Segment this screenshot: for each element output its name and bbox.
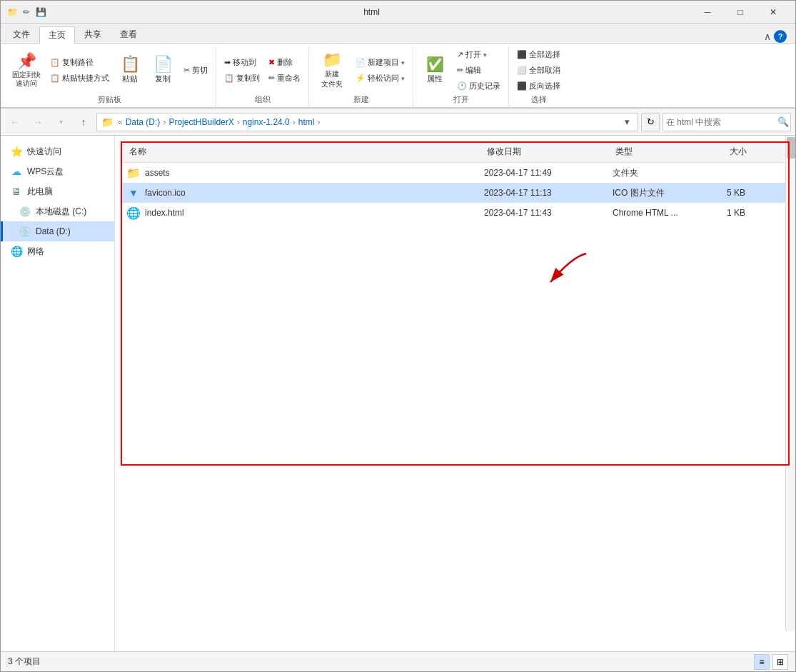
copy-path-button[interactable]: 📋 复制路径 bbox=[46, 55, 113, 70]
detail-view-button[interactable]: ≡ bbox=[754, 654, 770, 670]
move-to-button[interactable]: ➡ 移动到 bbox=[221, 55, 263, 70]
back-button[interactable]: ← bbox=[5, 113, 25, 131]
organize-label: 组织 bbox=[221, 94, 304, 107]
col-header-name[interactable]: 名称 bbox=[126, 144, 484, 159]
ribbon-group-organize: ➡ 移动到 📋 复制到 ✖ 删除 bbox=[216, 46, 309, 107]
titlebar-edit-icon: ✏ bbox=[21, 6, 32, 18]
file-area: 名称 修改日期 类型 大小 📁 assets 2023-04-17 11:49 … bbox=[115, 136, 795, 651]
ribbon-collapse-icon[interactable]: ∧ bbox=[764, 31, 771, 42]
file-row-favicon[interactable]: ▼ favicon.ico 2023-04-17 11:13 ICO 图片文件 … bbox=[121, 183, 790, 203]
forward-button[interactable]: → bbox=[28, 113, 48, 131]
up-button[interactable]: ↑ bbox=[74, 113, 94, 131]
sidebar-item-drive-d[interactable]: 💿 Data (D:) bbox=[1, 221, 114, 241]
delete-button[interactable]: ✖ 删除 bbox=[265, 55, 304, 70]
paste-button[interactable]: 📋 粘贴 bbox=[114, 49, 146, 93]
ribbon-tabs: 文件 主页 共享 查看 ∧ ? bbox=[1, 24, 795, 44]
network-icon: 🌐 bbox=[10, 245, 23, 258]
new-folder-icon: 📁 bbox=[323, 52, 342, 68]
rename-icon: ✏ bbox=[268, 74, 275, 83]
cut-button[interactable]: ✂ 剪切 bbox=[180, 63, 211, 78]
pin-to-quickaccess-button[interactable]: 📌 固定到快速访问 bbox=[8, 49, 45, 93]
file-row-assets[interactable]: 📁 assets 2023-04-17 11:49 文件夹 bbox=[121, 163, 790, 183]
drive-d-icon: 💿 bbox=[19, 225, 31, 238]
properties-button[interactable]: ✅ 属性 bbox=[418, 49, 452, 93]
titlebar: 📁 ✏ 💾 html ─ □ ✕ bbox=[1, 1, 795, 24]
path-folder-icon: 📁 bbox=[101, 116, 114, 128]
rename-button[interactable]: ✏ 重命名 bbox=[265, 71, 304, 86]
sidebar-item-quick-access[interactable]: ⭐ 快速访问 bbox=[1, 141, 114, 161]
copy-button[interactable]: 📄 复制 bbox=[147, 49, 178, 93]
file-name-cell-favicon: ▼ favicon.ico bbox=[126, 186, 484, 200]
sidebar-item-drive-c[interactable]: 💿 本地磁盘 (C:) bbox=[1, 201, 114, 221]
copy-to-button[interactable]: 📋 复制到 bbox=[221, 71, 263, 86]
titlebar-controls: ─ □ ✕ bbox=[691, 1, 790, 24]
history-button[interactable]: 🕐 历史记录 bbox=[453, 79, 504, 94]
tab-share[interactable]: 共享 bbox=[75, 26, 111, 43]
file-name-cell-index-html: 🌐 index.html bbox=[126, 206, 484, 220]
large-icon-view-button[interactable]: ⊞ bbox=[772, 654, 788, 670]
open-label: 打开 bbox=[418, 94, 504, 107]
scrollbar-thumb[interactable] bbox=[787, 137, 795, 159]
select-none-button[interactable]: ⬜ 全部取消 bbox=[513, 63, 564, 78]
wps-cloud-icon: ☁ bbox=[10, 165, 23, 178]
path-segment-data[interactable]: Data (D:) bbox=[124, 117, 162, 127]
pin-icon: 📌 bbox=[17, 54, 36, 69]
ribbon-group-new: 📁 新建文件夹 📄 新建项目 ▾ ⚡ 轻松访问 ▾ bbox=[309, 46, 413, 107]
new-item-button[interactable]: 📄 新建项目 ▾ bbox=[352, 55, 408, 70]
edit-button[interactable]: ✏ 编辑 bbox=[453, 63, 504, 78]
path-segment-projecthbuilderx[interactable]: ProjectHBuilderX bbox=[167, 117, 235, 127]
paste-shortcut-button[interactable]: 📋 粘贴快捷方式 bbox=[46, 71, 113, 86]
file-name-assets: assets bbox=[145, 168, 170, 178]
path-segment-nginx[interactable]: nginx-1.24.0 bbox=[241, 117, 291, 127]
new-buttons: 📁 新建文件夹 📄 新建项目 ▾ ⚡ 轻松访问 ▾ bbox=[313, 46, 408, 94]
titlebar-icons: 📁 ✏ 💾 bbox=[6, 6, 46, 18]
sidebar-item-network[interactable]: 🌐 网络 bbox=[1, 241, 114, 261]
invert-selection-button[interactable]: ⬛ 反向选择 bbox=[513, 79, 564, 94]
scrollbar-area[interactable] bbox=[785, 136, 795, 631]
addressbar-path: 📁 « Data (D:) › ProjectHBuilderX › nginx… bbox=[96, 113, 638, 131]
easy-access-button[interactable]: ⚡ 轻松访问 ▾ bbox=[352, 71, 408, 86]
maximize-button[interactable]: □ bbox=[724, 1, 757, 24]
ribbon-group-open: ✅ 属性 ↗ 打开 ▾ ✏ 编辑 bbox=[413, 46, 509, 107]
path-dropdown-button[interactable]: ▾ bbox=[620, 113, 633, 131]
titlebar-folder-icon: 📁 bbox=[6, 6, 18, 18]
file-size-index-html: 1 KB bbox=[727, 208, 784, 218]
paste-shortcut-icon: 📋 bbox=[50, 74, 60, 83]
file-row-index-html[interactable]: 🌐 index.html 2023-04-17 11:43 Chrome HTM… bbox=[121, 203, 790, 223]
edit-icon: ✏ bbox=[457, 66, 463, 75]
search-input[interactable] bbox=[663, 117, 776, 127]
tab-home[interactable]: 主页 bbox=[39, 26, 75, 44]
open-icon: ↗ bbox=[457, 50, 463, 59]
open-button[interactable]: ↗ 打开 ▾ bbox=[453, 47, 504, 62]
col-header-modified[interactable]: 修改日期 bbox=[484, 144, 613, 159]
select-all-button[interactable]: ⬛ 全部选择 bbox=[513, 47, 564, 62]
history-icon: 🕐 bbox=[457, 81, 467, 91]
sidebar: ⭐ 快速访问 ☁ WPS云盘 🖥 此电脑 💿 本地磁盘 (C:) 💿 Data … bbox=[1, 136, 115, 651]
new-item-icon: 📄 bbox=[356, 58, 366, 67]
recent-locations-button[interactable]: ▾ bbox=[51, 113, 71, 131]
copy-to-icon: 📋 bbox=[224, 74, 234, 83]
close-button[interactable]: ✕ bbox=[757, 1, 790, 24]
sidebar-item-this-pc[interactable]: 🖥 此电脑 bbox=[1, 181, 114, 201]
search-button[interactable]: 🔍 bbox=[776, 114, 790, 131]
sidebar-item-wps-cloud[interactable]: ☁ WPS云盘 bbox=[1, 161, 114, 181]
ico-icon-favicon: ▼ bbox=[126, 186, 141, 200]
path-segment-html[interactable]: html bbox=[297, 117, 316, 127]
organize-buttons: ➡ 移动到 📋 复制到 ✖ 删除 bbox=[221, 46, 304, 94]
select-all-icon: ⬛ bbox=[517, 50, 527, 59]
window: 📁 ✏ 💾 html ─ □ ✕ 文件 主页 共享 查看 ∧ ? bbox=[0, 0, 796, 672]
refresh-button[interactable]: ↻ bbox=[641, 113, 660, 131]
tab-view[interactable]: 查看 bbox=[111, 26, 146, 43]
statusbar: 3 个项目 ≡ ⊞ bbox=[1, 651, 795, 671]
file-header: 名称 修改日期 类型 大小 bbox=[121, 141, 790, 163]
invert-icon: ⬛ bbox=[517, 81, 527, 91]
move-icon: ➡ bbox=[224, 58, 231, 67]
ribbon-help-icon[interactable]: ? bbox=[774, 30, 787, 43]
new-folder-button[interactable]: 📁 新建文件夹 bbox=[313, 49, 351, 93]
col-header-type[interactable]: 类型 bbox=[613, 144, 727, 159]
minimize-button[interactable]: ─ bbox=[691, 1, 724, 24]
this-pc-icon: 🖥 bbox=[10, 185, 23, 198]
file-name-cell-assets: 📁 assets bbox=[126, 166, 484, 180]
col-header-size[interactable]: 大小 bbox=[727, 144, 784, 159]
tab-file[interactable]: 文件 bbox=[4, 26, 39, 43]
